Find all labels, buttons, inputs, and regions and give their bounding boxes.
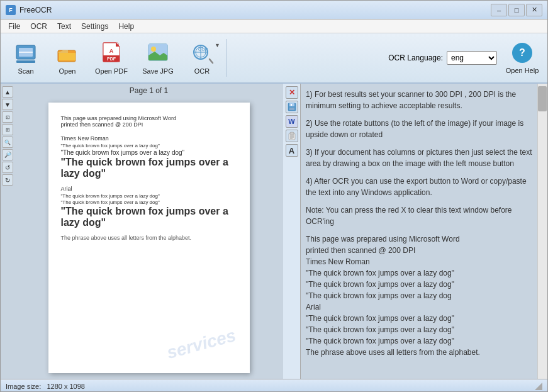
app-icon: F bbox=[6, 5, 16, 15]
svg-text:A: A bbox=[109, 48, 114, 54]
doc-arial-small2: "The quick brown fox jumps over a lazy d… bbox=[61, 199, 237, 205]
instruction-item: "The quick brown fox jumps over a lazy d… bbox=[306, 279, 532, 290]
svg-rect-2 bbox=[16, 60, 35, 63]
arrow-up-button[interactable]: ▲ bbox=[2, 86, 13, 98]
svg-point-12 bbox=[151, 47, 156, 52]
image-size-label: Image size: bbox=[6, 383, 41, 390]
scan-button[interactable]: Scan bbox=[6, 36, 46, 79]
instruction-item: Arial bbox=[306, 301, 532, 313]
text-scrollbar[interactable] bbox=[537, 84, 547, 379]
menu-help[interactable]: Help bbox=[113, 21, 139, 32]
scan-label: Scan bbox=[18, 67, 33, 75]
menu-bar: File OCR Text Settings Help bbox=[1, 20, 547, 33]
instruction-item: 2) Use the rotate buttons (to the left o… bbox=[306, 118, 532, 140]
text-instructions: 1) For best results set your scanner to … bbox=[306, 89, 532, 358]
instruction-item: "The quick brown fox jumps over a lazy d… bbox=[306, 313, 532, 324]
doc-intro-line1: This page was prepared using Microsoft W… bbox=[61, 115, 237, 121]
svg-text:PDF: PDF bbox=[107, 57, 116, 61]
toolbar-right: OCR Language: eng fra deu spa ? Open Hel… bbox=[388, 42, 542, 74]
zoom-in-button[interactable]: 🔍 bbox=[2, 137, 13, 148]
main-content: ▲ ▼ ⊡ ⊞ 🔍 🔎 ↺ ↻ Page 1 of 1 This page wa… bbox=[1, 84, 547, 379]
open-label: Open bbox=[59, 67, 76, 75]
text-panel-toolbar: ✕ W A bbox=[283, 84, 301, 379]
watermark: services bbox=[165, 325, 238, 363]
instruction-item: "The quick brown fox jumps over a lazy d… bbox=[306, 324, 532, 335]
instruction-item: 4) After OCR you can use the export butt… bbox=[306, 176, 532, 198]
ocr-dropdown-arrow[interactable]: ▼ bbox=[215, 42, 220, 48]
instruction-item: This page was prepared using Microsoft W… bbox=[306, 233, 532, 245]
svg-rect-22 bbox=[289, 108, 294, 110]
save-jpg-icon bbox=[145, 41, 171, 66]
title-text: FreeOCR bbox=[20, 6, 52, 14]
clear-button[interactable]: ✕ bbox=[286, 86, 298, 99]
ocr-language-wrapper: OCR Language: eng fra deu spa bbox=[388, 51, 497, 65]
scrollbar-thumb[interactable] bbox=[538, 86, 547, 111]
open-button[interactable]: Open bbox=[47, 36, 87, 79]
svg-rect-23 bbox=[291, 104, 292, 106]
ocr-button[interactable]: OCR OCR ▼ bbox=[182, 36, 222, 79]
status-text: Image size: 1280 x 1098 bbox=[6, 383, 85, 390]
maximize-button[interactable]: □ bbox=[508, 4, 525, 16]
doc-times-medium: "The quick brown fox jumps over a lazy d… bbox=[61, 149, 237, 156]
status-corner bbox=[535, 383, 542, 390]
instruction-item: "The quick brown fox jumps over a lazy d… bbox=[306, 335, 532, 347]
document-page: This page was prepared using Microsoft W… bbox=[48, 103, 250, 373]
rotate-left-button[interactable]: ↺ bbox=[2, 162, 13, 173]
save-jpg-label: Save JPG bbox=[142, 67, 174, 75]
minimize-button[interactable]: – bbox=[491, 4, 507, 16]
rotate-right-button[interactable]: ↻ bbox=[2, 174, 13, 186]
title-bar: F FreeOCR – □ ✕ bbox=[1, 1, 547, 20]
menu-settings[interactable]: Settings bbox=[76, 21, 113, 32]
window-controls: – □ ✕ bbox=[491, 4, 542, 16]
doc-note: The phrase above uses all letters from t… bbox=[61, 235, 237, 241]
doc-intro-line2: printed then scanned @ 200 DPI bbox=[61, 121, 237, 128]
status-bar: Image size: 1280 x 1098 bbox=[1, 379, 547, 392]
document-scroll[interactable]: This page was prepared using Microsoft W… bbox=[14, 98, 283, 379]
ocr-language-select[interactable]: eng fra deu spa bbox=[447, 51, 497, 65]
save-button[interactable] bbox=[286, 101, 298, 113]
instruction-item: "The quick brown fox jumps over a lazy d… bbox=[306, 290, 532, 301]
svg-rect-5 bbox=[59, 53, 75, 60]
zoom-fit-button[interactable]: ⊡ bbox=[2, 111, 13, 123]
toolbar: Scan Open PDF A Open PDF bbox=[1, 33, 547, 84]
open-icon bbox=[55, 41, 80, 66]
export-word-button[interactable]: W bbox=[286, 115, 298, 128]
ocr-language-label: OCR Language: bbox=[388, 53, 443, 62]
arrow-down-button[interactable]: ▼ bbox=[2, 99, 13, 110]
scan-icon bbox=[13, 41, 38, 66]
menu-text[interactable]: Text bbox=[52, 21, 76, 32]
doc-section-arial: Arial "The quick brown fox jumps over a … bbox=[61, 186, 237, 228]
doc-arial-small1: "The quick brown fox jumps over a lazy d… bbox=[61, 193, 237, 199]
open-pdf-button[interactable]: PDF A Open PDF bbox=[89, 36, 134, 79]
menu-ocr[interactable]: OCR bbox=[25, 21, 52, 32]
doc-section-times: Times New Roman "The quick brown fox jum… bbox=[61, 135, 237, 179]
doc-times-large: "The quick brown fox jumps over a lazy d… bbox=[61, 157, 237, 179]
help-icon: ? bbox=[511, 42, 534, 65]
instruction-item: Times New Roman bbox=[306, 256, 532, 267]
left-arrows-panel: ▲ ▼ ⊡ ⊞ 🔍 🔎 ↺ ↻ bbox=[1, 84, 14, 379]
doc-arial-large: "The quick brown fox jumps over a lazy d… bbox=[61, 206, 237, 228]
save-jpg-button[interactable]: Save JPG bbox=[135, 36, 181, 79]
open-help-button[interactable]: ? Open Help bbox=[502, 42, 542, 74]
instruction-item: Note: You can press the red X to clear t… bbox=[306, 204, 532, 227]
open-pdf-label: Open PDF bbox=[95, 67, 128, 75]
ocr-icon: OCR bbox=[189, 41, 215, 66]
title-left: F FreeOCR bbox=[6, 5, 52, 15]
svg-text:?: ? bbox=[519, 47, 525, 58]
instruction-item: "The quick brown fox jumps over a lazy d… bbox=[306, 267, 532, 279]
image-size-value: 1280 x 1098 bbox=[47, 383, 85, 390]
zoom-page-button[interactable]: ⊞ bbox=[2, 124, 13, 135]
text-content-area[interactable]: 1) For best results set your scanner to … bbox=[301, 84, 537, 379]
svg-rect-25 bbox=[290, 132, 294, 135]
toolbar-separator bbox=[226, 39, 226, 77]
menu-file[interactable]: File bbox=[3, 21, 25, 32]
instruction-item: The phrase above uses all letters from t… bbox=[306, 347, 532, 358]
instruction-item: 1) For best results set your scanner to … bbox=[306, 89, 532, 111]
font-button[interactable]: A bbox=[286, 144, 298, 157]
clipboard-button[interactable] bbox=[286, 130, 298, 142]
doc-times-small: "The quick brown fox jumps over a lazy d… bbox=[61, 143, 237, 148]
zoom-out-button[interactable]: 🔎 bbox=[2, 149, 13, 160]
close-button[interactable]: ✕ bbox=[526, 4, 542, 16]
page-indicator: Page 1 of 1 bbox=[14, 84, 283, 98]
instruction-item: printed then scanned @ 200 DPI bbox=[306, 245, 532, 256]
